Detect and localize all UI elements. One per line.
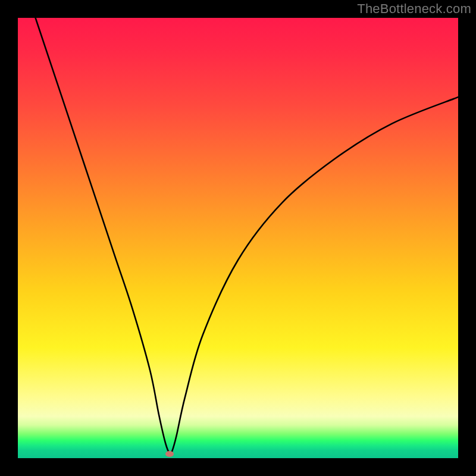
curve-svg — [18, 18, 458, 458]
optimum-marker — [165, 451, 174, 457]
watermark-text: TheBottleneck.com — [357, 1, 471, 17]
bottleneck-curve — [36, 18, 458, 455]
chart-frame: TheBottleneck.com — [0, 0, 476, 476]
plot-area — [18, 18, 458, 458]
